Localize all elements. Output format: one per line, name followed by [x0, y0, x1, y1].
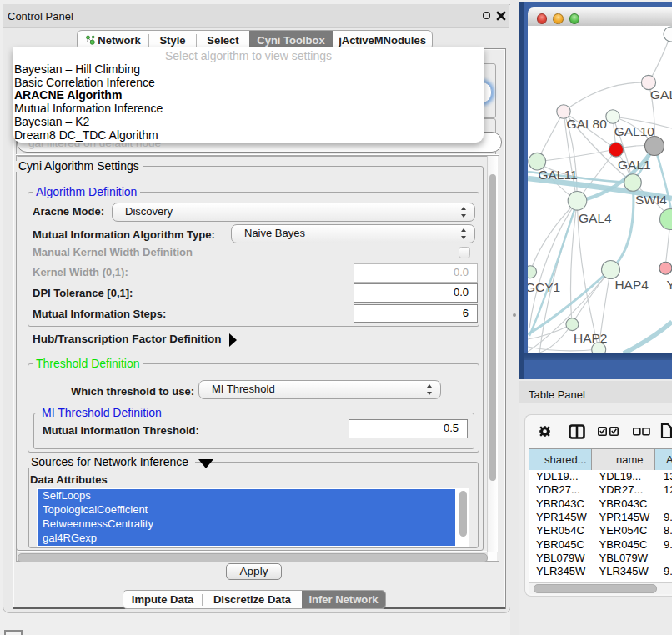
svg-text:GAL11: GAL11	[538, 168, 577, 182]
svg-text:HAP4: HAP4	[614, 278, 649, 292]
svg-text:GCY1: GCY1	[528, 280, 560, 294]
svg-text:GAL10: GAL10	[614, 124, 655, 138]
svg-text:GAL80: GAL80	[567, 117, 608, 131]
svg-text:SWI4: SWI4	[635, 192, 667, 207]
svg-text:GAL2: GAL2	[650, 88, 672, 102]
svg-text:HAP2: HAP2	[574, 331, 608, 345]
svg-text:GAL1: GAL1	[618, 158, 651, 172]
svg-text:GAL4: GAL4	[579, 211, 612, 225]
svg-text:Y: Y	[666, 278, 672, 292]
